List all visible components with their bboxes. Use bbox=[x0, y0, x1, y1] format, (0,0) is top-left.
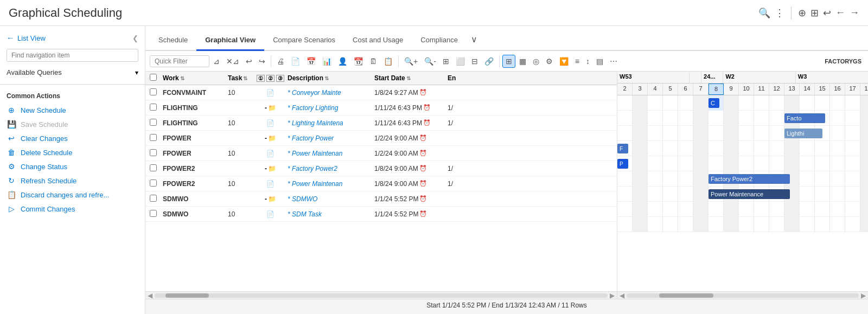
row-checkbox-3[interactable] bbox=[145, 119, 161, 127]
sidebar-action-commit-changes[interactable]: ▷ Commit Changes bbox=[0, 202, 145, 216]
row-desc-8[interactable]: * SDMWO bbox=[285, 195, 372, 203]
back-icon[interactable]: ← bbox=[835, 7, 845, 18]
sidebar-action-discard-changes[interactable]: 📋 Discard changes and refre... bbox=[0, 188, 145, 202]
link-btn[interactable]: 🔗 bbox=[482, 55, 496, 67]
sidebar-action-refresh-schedule[interactable]: ↻ Refresh Schedule bbox=[0, 174, 145, 188]
th-task[interactable]: Task ⇅ bbox=[226, 74, 256, 82]
settings-btn[interactable]: ⚙ bbox=[543, 55, 556, 67]
row-checkbox-5[interactable] bbox=[145, 149, 161, 158]
quick-filter-input[interactable] bbox=[150, 55, 209, 67]
sidebar-action-new-schedule[interactable]: ⊕ New Schedule bbox=[0, 103, 145, 117]
row-checkbox-2[interactable] bbox=[145, 104, 161, 112]
row-desc-6[interactable]: * Factory Power2 bbox=[285, 165, 372, 172]
row-checkbox-1[interactable] bbox=[145, 88, 161, 97]
gantt-day-12: 12 bbox=[769, 84, 784, 95]
scroll-left-arrow[interactable]: ◀ bbox=[145, 292, 155, 299]
calendar-btn[interactable]: 📆 bbox=[351, 55, 366, 67]
row-desc-7[interactable]: * Power Maintenan bbox=[285, 180, 372, 188]
filter-btn[interactable]: ⊿ bbox=[210, 55, 222, 67]
gantt-day-16: 16 bbox=[830, 84, 845, 95]
tab-graphical-view[interactable]: Graphical View bbox=[196, 30, 264, 51]
view-table-btn[interactable]: ⊞ bbox=[502, 55, 515, 68]
sidebar-action-delete-schedule[interactable]: 🗑 Delete Schedule bbox=[0, 145, 145, 159]
view-gantt-btn[interactable]: ▦ bbox=[516, 55, 529, 67]
table-row: FPOWER 10 📄 * Power Maintenan 1/2/24 9:0… bbox=[145, 146, 617, 161]
grid-icon[interactable]: ⊞ bbox=[810, 7, 819, 19]
zoom-out-btn[interactable]: 🔍- bbox=[422, 55, 439, 67]
export-btn[interactable]: 📄 bbox=[288, 55, 303, 67]
th-start-date[interactable]: Start Date ⇅ bbox=[372, 74, 445, 82]
row-checkbox-7[interactable] bbox=[145, 180, 161, 188]
gantt-bar-fpower-parent[interactable]: F bbox=[617, 144, 628, 153]
sidebar-collapse-icon[interactable]: ❮ bbox=[132, 34, 138, 42]
undo-action-icon: ↩ bbox=[7, 134, 16, 143]
zoom-fit-btn[interactable]: ⊞ bbox=[440, 55, 452, 67]
th-work[interactable]: Work ⇅ bbox=[161, 74, 226, 82]
scroll-right-arrow[interactable]: ▶ bbox=[608, 292, 617, 299]
rows-btn[interactable]: ≡ bbox=[572, 55, 582, 67]
row-desc-2[interactable]: * Factory Lighting bbox=[285, 104, 372, 112]
row-desc-9[interactable]: * SDM Task bbox=[285, 210, 372, 218]
sidebar-queries-toggle[interactable]: Available Queries ▾ bbox=[7, 68, 138, 76]
row-desc-1[interactable]: * Conveyor Mainte bbox=[285, 89, 372, 97]
resource-btn[interactable]: 👤 bbox=[335, 55, 350, 67]
redo-btn[interactable]: ↪ bbox=[256, 55, 268, 67]
zoom-in-btn[interactable]: 🔍+ bbox=[401, 55, 420, 67]
gantt-bar-fpower2-child[interactable]: Power Maintenance bbox=[709, 189, 790, 199]
tabs-bar: Schedule Graphical View Compare Scenario… bbox=[145, 26, 868, 51]
gantt-bar-fpower-child[interactable]: P bbox=[617, 159, 628, 169]
sidebar-action-change-status[interactable]: ⚙ Change Status bbox=[0, 159, 145, 174]
undo-icon[interactable]: ↩ bbox=[823, 7, 831, 19]
tab-schedule[interactable]: Schedule bbox=[150, 30, 196, 51]
search-icon[interactable]: 🔍 bbox=[758, 7, 770, 19]
gantt-bar-fconvmaint[interactable]: C bbox=[709, 98, 719, 108]
gantt-hscroll[interactable]: ◀ ▶ bbox=[617, 291, 868, 299]
group-btn[interactable]: ▤ bbox=[593, 55, 606, 67]
gantt-scroll-left[interactable]: ◀ bbox=[617, 292, 627, 299]
forward-icon[interactable]: → bbox=[850, 7, 859, 18]
sort-btn[interactable]: ↕ bbox=[583, 55, 592, 67]
filter2-btn[interactable]: 🔽 bbox=[557, 55, 571, 67]
start-sort-icon: ⇅ bbox=[406, 75, 411, 81]
scroll-thumb[interactable] bbox=[165, 293, 209, 298]
row-desc-3[interactable]: * Lighting Maintena bbox=[285, 119, 372, 127]
tab-compliance[interactable]: Compliance bbox=[412, 30, 467, 51]
gantt-scroll-right[interactable]: ▶ bbox=[859, 292, 868, 299]
row-checkbox-6[interactable] bbox=[145, 164, 161, 173]
menu-icon[interactable]: ⋮ bbox=[775, 7, 784, 19]
view-circle-btn[interactable]: ◎ bbox=[530, 55, 542, 67]
undo-btn[interactable]: ↩ bbox=[243, 55, 255, 67]
expand-btn[interactable]: ⬜ bbox=[453, 55, 468, 67]
select-all-checkbox[interactable] bbox=[150, 74, 157, 81]
row-checkbox-8[interactable] bbox=[145, 195, 161, 203]
gantt-bar-flighting-child[interactable]: Lighthi bbox=[784, 129, 822, 138]
add-icon[interactable]: ⊕ bbox=[798, 7, 806, 19]
row-desc-5[interactable]: * Power Maintenan bbox=[285, 150, 372, 157]
row-checkbox-4[interactable] bbox=[145, 134, 161, 143]
th-end-date[interactable]: En bbox=[445, 74, 478, 82]
calendar2-btn[interactable]: 🗓 bbox=[367, 55, 380, 67]
table-hscroll[interactable]: ◀ ▶ bbox=[145, 291, 617, 299]
gantt-bar-flighting-parent[interactable]: Facto bbox=[784, 113, 825, 123]
calendar3-btn[interactable]: 📋 bbox=[381, 55, 395, 67]
more-btn[interactable]: ⋯ bbox=[607, 55, 620, 67]
row-start-2: 1/11/24 6:43 PM ⏰ bbox=[372, 104, 445, 112]
tab-compare-scenarios[interactable]: Compare Scenarios bbox=[264, 30, 344, 51]
sidebar-search-input[interactable] bbox=[7, 49, 138, 62]
th-description[interactable]: Description ⇅ bbox=[285, 74, 372, 82]
schedule-btn[interactable]: 📅 bbox=[304, 55, 318, 67]
row-desc-4[interactable]: * Factory Power bbox=[285, 134, 372, 142]
gantt-btn[interactable]: 📊 bbox=[320, 55, 334, 67]
sidebar-back-button[interactable]: ← List View ❮ bbox=[0, 30, 145, 46]
row-checkbox-9[interactable] bbox=[145, 210, 161, 219]
tab-cost-and-usage[interactable]: Cost and Usage bbox=[344, 30, 412, 51]
sidebar-action-clear-changes[interactable]: ↩ Clear Changes bbox=[0, 131, 145, 145]
gantt-scroll-thumb[interactable] bbox=[659, 293, 713, 298]
gantt-bar-fpower2-parent[interactable]: Factory Power2 bbox=[709, 174, 790, 184]
tab-more-button[interactable]: ∨ bbox=[467, 29, 482, 50]
gantt-day-5: 5 bbox=[663, 84, 678, 95]
clear-filter-btn[interactable]: ✕⊿ bbox=[224, 55, 242, 67]
collapse-btn[interactable]: ⊟ bbox=[469, 55, 481, 67]
gantt-scroll-track bbox=[627, 293, 859, 298]
print-btn[interactable]: 🖨 bbox=[274, 55, 287, 67]
